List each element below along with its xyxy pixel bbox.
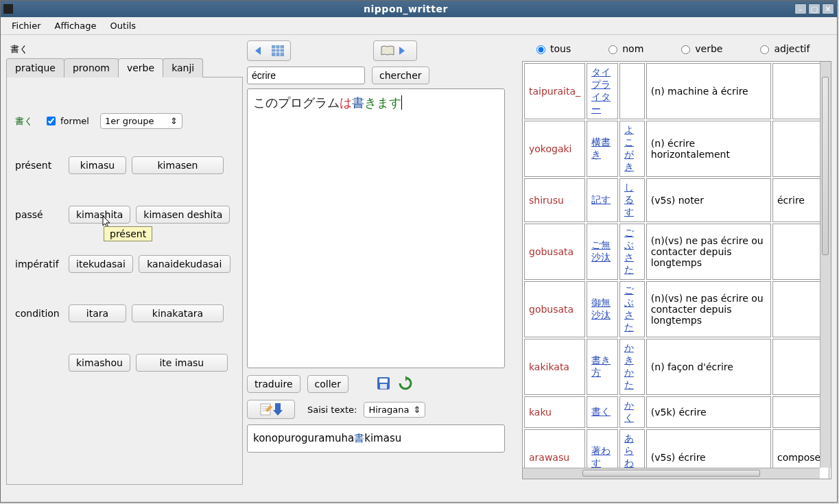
filter-verb[interactable]: verbe <box>678 43 722 54</box>
arrow-left-icon <box>254 45 270 56</box>
formal-label: formel <box>60 116 89 126</box>
translate-button[interactable]: traduire <box>247 375 300 393</box>
dict-kanji-link[interactable]: 横書き <box>591 136 611 160</box>
dict-def: (n) façon d'écrire <box>646 339 771 395</box>
vertical-scrollbar[interactable] <box>820 62 831 468</box>
present-neg-button[interactable]: kimasen <box>132 156 224 174</box>
dict-def: (n)(vs) ne pas écrire ou contacter depui… <box>646 224 771 280</box>
titlebar: nippon_writter – ▢ ✕ <box>1 1 837 17</box>
chevron-updown-icon: ⇕ <box>413 405 421 415</box>
app-icon <box>3 4 13 14</box>
dict-kana-link[interactable]: かく <box>624 400 634 423</box>
past-neg-button[interactable]: kimasen deshita <box>136 206 230 224</box>
present-label: présent <box>15 160 63 171</box>
dict-romaji: yokogaki <box>524 121 585 177</box>
romaji-post: kimasu <box>364 432 401 444</box>
tab-pratique[interactable]: pratique <box>6 58 64 77</box>
input-mode-label: Saisi texte: <box>307 405 357 415</box>
close-button[interactable]: ✕ <box>822 3 834 14</box>
dict-kanji-link[interactable]: 著わす <box>591 445 611 468</box>
menu-tools[interactable]: Outils <box>105 19 142 33</box>
tab-kanji[interactable]: kanji <box>163 58 203 77</box>
verb-jp: 書く <box>15 115 33 128</box>
dict-kana-link[interactable]: ごぶさた <box>624 285 634 333</box>
input-mode-select[interactable]: Hiragana ⇕ <box>364 402 425 418</box>
dict-row: yokogaki横書きよこがき(n) écrire horizontalemen… <box>524 121 829 177</box>
editor-textarea[interactable]: このプログラムは書きます <box>247 88 505 368</box>
dict-romaji: kaku <box>524 396 585 428</box>
dict-kanji-link[interactable]: タイプライター <box>591 67 611 115</box>
imperative-label: impératif <box>15 259 63 269</box>
filter-adj[interactable]: adjectif <box>757 43 810 54</box>
imperative-neg-button[interactable]: kanaidekudasai <box>139 255 231 273</box>
verb-panel: 書く formel 1er groupe ⇕ présent kimasu ki… <box>6 77 243 485</box>
dictionary-table: taipuraita_タイプライター(n) machine à écrireyo… <box>523 62 831 479</box>
menubar: Fichier Affichage Outils <box>1 17 837 35</box>
window-title: nippon_writter <box>17 3 794 14</box>
editor-frag-2: は <box>340 95 352 110</box>
group-select[interactable]: 1er groupe ⇕ <box>100 113 182 129</box>
dict-romaji: gobusata <box>524 224 585 280</box>
dict-kana-link[interactable]: よこがき <box>624 124 634 172</box>
romaji-jp: 書 <box>354 432 364 444</box>
condition-neg-button[interactable]: kinakatara <box>132 304 224 322</box>
dict-kanji-link[interactable]: 記す <box>591 194 611 205</box>
past-pos-button[interactable]: kimashita <box>69 206 130 224</box>
search-button[interactable]: chercher <box>372 67 429 84</box>
formal-checkbox[interactable] <box>47 117 56 125</box>
refresh-icon[interactable] <box>398 376 413 393</box>
romaji-pre: konopuroguramuha <box>253 432 354 444</box>
svg-rect-7 <box>380 384 387 389</box>
editor-frag-3: 書 <box>352 95 364 110</box>
tab-verbe[interactable]: verbe <box>118 58 163 77</box>
editor-frag-4: き <box>364 95 377 110</box>
filter-all[interactable]: tous <box>533 43 571 54</box>
dict-def: (n)(vs) ne pas écrire ou contacter depui… <box>646 281 771 337</box>
dict-def: (n) machine à écrire <box>646 63 771 119</box>
filter-noun[interactable]: nom <box>605 43 643 54</box>
arrow-down-icon <box>273 402 283 417</box>
dict-romaji: taipuraita_ <box>524 63 585 119</box>
condition-label: condition <box>15 308 63 319</box>
paste-button[interactable]: coller <box>307 375 348 393</box>
maximize-button[interactable]: ▢ <box>808 3 820 14</box>
menu-view[interactable]: Affichage <box>49 19 102 33</box>
dict-kanji-link[interactable]: 書き方 <box>591 355 611 378</box>
present-pos-button[interactable]: kimasu <box>69 156 126 174</box>
nav-next-button[interactable] <box>373 40 417 61</box>
save-icon[interactable] <box>376 376 391 393</box>
dict-row: kaku書くかく(v5k) écrire <box>524 396 829 428</box>
dict-def: (v5s) noter <box>646 178 771 222</box>
edit-mode-button[interactable] <box>247 400 295 419</box>
editor-frag-1: このプログラム <box>253 95 340 110</box>
filter-radios: tous nom verbe adjectif <box>522 40 831 61</box>
dict-kanji-link[interactable]: 御無沙汰 <box>591 297 611 320</box>
notepad-icon <box>259 403 273 416</box>
dict-kanji-link[interactable]: 書く <box>591 406 611 417</box>
svg-rect-0 <box>272 45 284 56</box>
imperative-pos-button[interactable]: itekudasai <box>69 255 133 273</box>
minimize-button[interactable]: – <box>794 3 807 14</box>
dict-kana-link[interactable]: しるす <box>624 182 634 217</box>
tab-pronom[interactable]: pronom <box>64 58 119 77</box>
dict-kanji-link[interactable]: ご無沙汰 <box>591 239 611 263</box>
search-input[interactable] <box>247 67 365 84</box>
dict-row: gobusataご無沙汰ごぶさた(n)(vs) ne pas écrire ou… <box>524 224 829 280</box>
horizontal-scrollbar[interactable] <box>523 468 820 479</box>
dictionary-pane: taipuraita_タイプライター(n) machine à écrireyo… <box>522 61 831 479</box>
dict-kana-link[interactable]: かきかた <box>624 342 634 390</box>
extra-neg-button[interactable]: ite imasu <box>136 354 228 372</box>
dict-def: (n) écrire horizontalement <box>646 121 771 177</box>
menu-file[interactable]: Fichier <box>6 19 47 33</box>
dict-row: taipuraita_タイプライター(n) machine à écrire <box>524 63 829 119</box>
nav-prev-button[interactable] <box>247 40 291 61</box>
condition-pos-button[interactable]: itara <box>69 304 126 322</box>
extra-pos-button[interactable]: kimashou <box>69 354 130 372</box>
chevron-updown-icon: ⇕ <box>170 116 178 126</box>
current-verb-jp-top: 書く <box>6 40 243 58</box>
group-select-value: 1er groupe <box>105 116 154 126</box>
tooltip: présent <box>104 226 152 241</box>
arrow-right-icon <box>397 45 410 56</box>
dict-kana-link[interactable]: ごぶさた <box>624 227 634 275</box>
book-icon <box>380 45 395 57</box>
